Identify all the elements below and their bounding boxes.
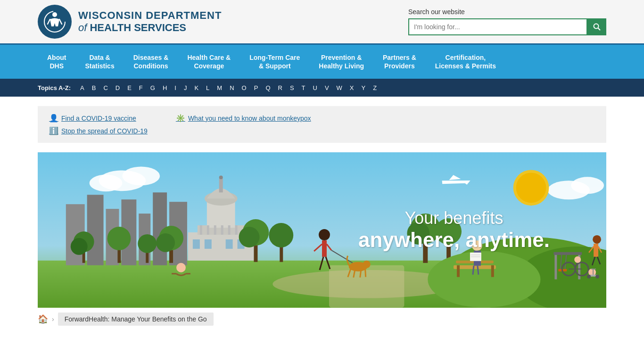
svg-point-76 <box>363 261 371 268</box>
topic-d[interactable]: D <box>114 83 122 92</box>
alerts-right: ✳️ What you need to know about monkeypox <box>176 114 311 135</box>
covid-vaccine-text: Find a COVID-19 vaccine <box>61 115 136 122</box>
logo-line2: of HEALTH SERVICES <box>78 22 222 34</box>
monkeypox-link[interactable]: ✳️ What you need to know about monkeypox <box>176 114 311 123</box>
nav-partners-providers[interactable]: Partners &Providers <box>373 45 426 79</box>
svg-point-11 <box>516 173 546 203</box>
svg-rect-35 <box>228 225 231 235</box>
nav-prevention-healthy[interactable]: Prevention &Healthy Living <box>309 45 373 79</box>
topic-n[interactable]: N <box>228 83 236 92</box>
topic-m[interactable]: M <box>215 83 224 92</box>
svg-rect-64 <box>454 265 496 269</box>
svg-line-80 <box>365 270 366 277</box>
topic-q[interactable]: Q <box>264 83 272 92</box>
breadcrumb-item: ForwardHealth: Manage Your Benefits on t… <box>58 313 214 326</box>
topic-g[interactable]: G <box>149 83 157 92</box>
topic-b[interactable]: B <box>90 83 98 92</box>
topic-v[interactable]: V <box>323 83 331 92</box>
breadcrumb: 🏠 › ForwardHealth: Manage Your Benefits … <box>38 313 606 326</box>
topic-k[interactable]: K <box>192 83 200 92</box>
alerts-bar: 👤 Find a COVID-19 vaccine ℹ️ Stop the sp… <box>38 106 606 143</box>
nav-long-term-care[interactable]: Long-Term Care& Support <box>240 45 309 79</box>
svg-point-68 <box>319 229 330 240</box>
alerts-left: 👤 Find a COVID-19 vaccine ℹ️ Stop the sp… <box>49 114 148 135</box>
svg-rect-17 <box>329 265 404 308</box>
svg-point-53 <box>239 227 260 247</box>
svg-point-105 <box>595 275 599 279</box>
covid-spread-text: Stop the spread of COVID-19 <box>61 127 148 135</box>
nav-about-dhs[interactable]: AboutDHS <box>38 45 75 79</box>
svg-rect-39 <box>226 239 233 249</box>
svg-point-88 <box>176 263 186 272</box>
topic-u[interactable]: U <box>311 83 319 92</box>
svg-line-79 <box>360 270 361 278</box>
topic-t[interactable]: T <box>300 83 307 92</box>
svg-rect-38 <box>205 239 212 249</box>
topic-x[interactable]: X <box>348 83 356 92</box>
svg-line-86 <box>473 266 474 275</box>
svg-point-47 <box>138 234 157 253</box>
topics-letters: A B C D E F G H I J K L M N O P Q R S T … <box>78 83 379 92</box>
monkeypox-text: What you need to know about monkeypox <box>188 115 311 122</box>
logo-line1: WISCONSIN DEPARTMENT <box>78 9 222 22</box>
svg-rect-67 <box>491 265 494 277</box>
svg-point-9 <box>571 177 604 194</box>
svg-point-55 <box>269 223 293 247</box>
svg-point-50 <box>156 233 175 252</box>
nav-health-care-coverage[interactable]: Health Care &Coverage <box>178 45 240 79</box>
nav-certification-licenses[interactable]: Certification,Licenses & Permits <box>426 45 505 79</box>
svg-line-3 <box>598 28 601 31</box>
topic-o[interactable]: O <box>240 83 248 92</box>
topic-r[interactable]: R <box>276 83 284 92</box>
nav-data-statistics[interactable]: Data &Statistics <box>75 45 124 79</box>
nav-diseases-conditions[interactable]: Diseases &Conditions <box>124 45 178 79</box>
svg-rect-66 <box>457 265 460 277</box>
logo-icon <box>38 5 72 39</box>
topic-c[interactable]: C <box>101 83 109 92</box>
covid-spread-icon: ℹ️ <box>49 126 58 135</box>
hero-line1: Your benefits <box>358 208 550 228</box>
topic-l[interactable]: L <box>204 83 211 92</box>
topic-i[interactable]: I <box>173 83 178 92</box>
topic-a[interactable]: A <box>78 83 86 92</box>
svg-point-7 <box>90 175 123 192</box>
search-button[interactable] <box>587 18 606 35</box>
topic-w[interactable]: W <box>335 83 344 92</box>
main-nav: AboutDHS Data &Statistics Diseases &Cond… <box>0 45 644 79</box>
logo-text: WISCONSIN DEPARTMENT of HEALTH SERVICES <box>78 9 222 34</box>
topic-p[interactable]: P <box>252 83 260 92</box>
logo-area: WISCONSIN DEPARTMENT of HEALTH SERVICES <box>38 5 222 39</box>
svg-rect-32 <box>207 225 209 235</box>
svg-point-63 <box>428 251 540 308</box>
topic-j[interactable]: J <box>182 83 189 92</box>
covid-vaccine-link[interactable]: 👤 Find a COVID-19 vaccine <box>49 114 148 123</box>
topic-e[interactable]: E <box>125 83 133 92</box>
svg-rect-109 <box>594 244 598 257</box>
site-header: WISCONSIN DEPARTMENT of HEALTH SERVICES … <box>0 0 644 45</box>
topic-f[interactable]: F <box>137 83 145 92</box>
svg-rect-34 <box>221 225 223 235</box>
svg-point-43 <box>71 238 88 255</box>
covid-vaccine-icon: 👤 <box>49 114 58 123</box>
covid-spread-link[interactable]: ℹ️ Stop the spread of COVID-19 <box>49 126 148 135</box>
search-label: Search our website <box>408 8 465 16</box>
svg-point-30 <box>219 176 223 180</box>
svg-rect-19 <box>87 195 104 266</box>
svg-line-87 <box>478 266 479 275</box>
topic-z[interactable]: Z <box>371 83 379 92</box>
topics-bar: Topics A-Z: A B C D E F G H I J K L M N … <box>0 79 644 97</box>
svg-rect-37 <box>193 239 200 249</box>
svg-point-101 <box>574 256 581 263</box>
search-input[interactable] <box>408 18 587 35</box>
svg-rect-93 <box>553 252 582 255</box>
hero-line2: anywhere, anytime. <box>358 228 550 252</box>
svg-point-108 <box>593 235 601 244</box>
topic-y[interactable]: Y <box>360 83 368 92</box>
svg-rect-31 <box>200 225 202 235</box>
home-icon[interactable]: 🏠 <box>38 314 48 324</box>
monkeypox-icon: ✳️ <box>176 114 185 123</box>
topic-h[interactable]: H <box>161 83 169 92</box>
search-area: Search our website <box>408 8 606 35</box>
svg-point-0 <box>52 12 57 17</box>
topic-s[interactable]: S <box>288 83 296 92</box>
